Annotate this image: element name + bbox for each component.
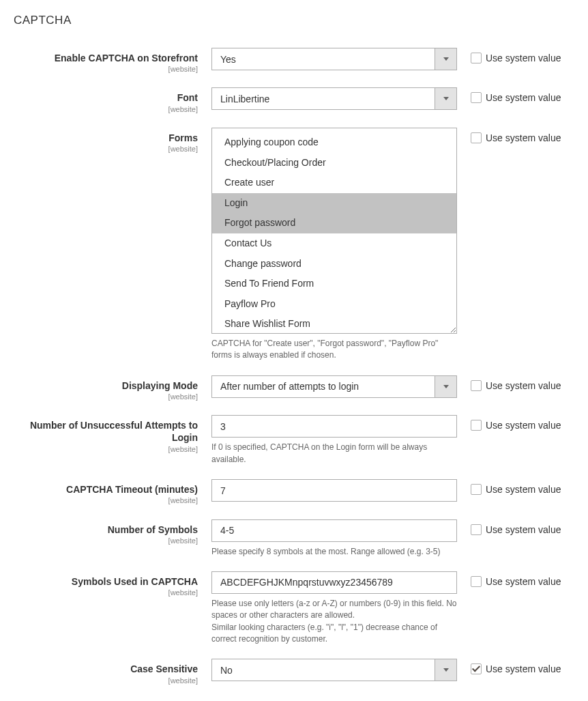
scope-label: [website] xyxy=(14,588,198,597)
label-font: Font xyxy=(177,92,198,103)
note-symbols: Please use only letters (a-z or A-Z) or … xyxy=(211,598,457,646)
row-symbols-count: Number of Symbols [website] Please speci… xyxy=(14,519,568,558)
select-case-sensitive[interactable]: No xyxy=(211,659,457,681)
scope-label: [website] xyxy=(14,392,198,401)
label-use-system[interactable]: Use system value xyxy=(486,132,561,143)
select-enable[interactable]: Yes xyxy=(211,48,457,70)
multiselect-option[interactable]: Forgot password xyxy=(212,213,456,233)
label-use-system[interactable]: Use system value xyxy=(486,92,561,103)
label-enable: Enable CAPTCHA on Storefront xyxy=(55,53,198,63)
multiselect-option[interactable]: Send To Friend Form xyxy=(212,274,456,294)
checkbox-use-system-attempts[interactable] xyxy=(471,420,482,431)
section-title: CAPTCHA xyxy=(14,14,568,27)
multiselect-option[interactable]: Contact Us xyxy=(212,233,456,254)
note-attempts: If 0 is specified, CAPTCHA on the Login … xyxy=(211,442,457,466)
multiselect-option[interactable]: Payflow Pro xyxy=(212,294,456,315)
label-attempts: Number of Unsuccessful Attempts to Login xyxy=(30,420,198,443)
select-displaying-mode[interactable]: After number of attempts to login xyxy=(211,375,457,398)
scope-label: [website] xyxy=(14,64,198,74)
checkbox-use-system-case-sensitive[interactable] xyxy=(471,663,482,674)
label-symbols-count: Number of Symbols xyxy=(108,524,198,535)
multiselect-option[interactable]: Create user xyxy=(212,173,456,193)
scope-label: [website] xyxy=(14,496,198,505)
checkbox-use-system-font[interactable] xyxy=(471,92,482,103)
checkbox-use-system-enable[interactable] xyxy=(471,53,482,63)
label-displaying-mode: Displaying Mode xyxy=(122,380,198,391)
label-forms: Forms xyxy=(168,132,198,143)
select-font[interactable]: LinLibertine xyxy=(211,87,457,110)
checkbox-use-system-timeout[interactable] xyxy=(471,484,482,495)
label-timeout: CAPTCHA Timeout (minutes) xyxy=(66,484,198,495)
label-symbols: Symbols Used in CAPTCHA xyxy=(72,576,198,587)
input-symbols[interactable] xyxy=(211,571,457,594)
row-font: Font [website] LinLibertine Use system v… xyxy=(14,87,568,113)
multiselect-option[interactable]: Change password xyxy=(212,254,456,274)
row-symbols: Symbols Used in CAPTCHA [website] Please… xyxy=(14,571,568,646)
checkbox-use-system-displaying-mode[interactable] xyxy=(471,380,482,391)
checkbox-use-system-symbols-count[interactable] xyxy=(471,524,482,535)
scope-label: [website] xyxy=(14,144,198,154)
note-symbols-count: Please specify 8 symbols at the most. Ra… xyxy=(211,546,457,558)
input-attempts[interactable] xyxy=(211,415,457,438)
row-forms: Forms [website] Applying coupon codeChec… xyxy=(14,128,568,362)
multiselect-option[interactable]: Applying coupon code xyxy=(212,132,456,153)
scope-label: [website] xyxy=(14,676,198,685)
scope-label: [website] xyxy=(14,444,198,454)
checkbox-use-system-symbols[interactable] xyxy=(471,576,482,587)
note-forms: CAPTCHA for "Create user", "Forgot passw… xyxy=(211,338,457,362)
row-timeout: CAPTCHA Timeout (minutes) [website] Use … xyxy=(14,479,568,505)
row-displaying-mode: Displaying Mode [website] After number o… xyxy=(14,375,568,401)
row-attempts: Number of Unsuccessful Attempts to Login… xyxy=(14,415,568,466)
multiselect-option[interactable]: Login xyxy=(212,193,456,214)
multiselect-option[interactable]: Share Wishlist Form xyxy=(212,314,456,334)
multiselect-forms[interactable]: Applying coupon codeCheckout/Placing Ord… xyxy=(211,128,457,334)
label-use-system[interactable]: Use system value xyxy=(486,484,561,495)
label-use-system[interactable]: Use system value xyxy=(486,380,561,391)
label-case-sensitive: Case Sensitive xyxy=(130,663,198,674)
label-use-system[interactable]: Use system value xyxy=(486,524,561,535)
scope-label: [website] xyxy=(14,536,198,545)
label-use-system[interactable]: Use system value xyxy=(486,420,561,431)
input-timeout[interactable] xyxy=(211,479,457,502)
label-use-system[interactable]: Use system value xyxy=(486,576,561,587)
label-use-system[interactable]: Use system value xyxy=(486,53,561,63)
scope-label: [website] xyxy=(14,104,198,114)
label-use-system[interactable]: Use system value xyxy=(486,663,561,674)
input-symbols-count[interactable] xyxy=(211,519,457,542)
row-enable-captcha: Enable CAPTCHA on Storefront [website] Y… xyxy=(14,48,568,74)
row-case-sensitive: Case Sensitive [website] No Use system v… xyxy=(14,659,568,685)
checkbox-use-system-forms[interactable] xyxy=(471,132,482,143)
multiselect-option[interactable]: Checkout/Placing Order xyxy=(212,153,456,173)
